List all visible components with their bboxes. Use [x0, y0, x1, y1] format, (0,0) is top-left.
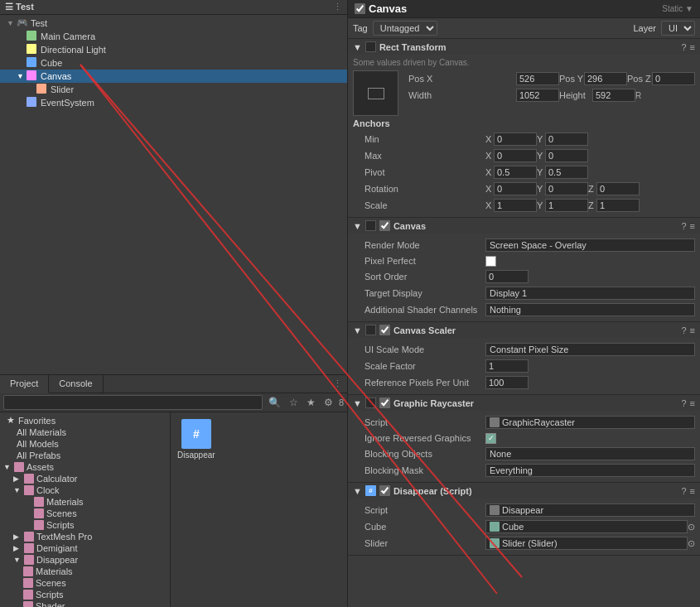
tab-console[interactable]: Console: [49, 375, 103, 393]
sc-x[interactable]: [494, 199, 537, 212]
ui-scale-mode-value[interactable]: [485, 343, 695, 356]
graphic-raycaster-header[interactable]: ▼ Graphic Raycaster ? ≡: [348, 395, 700, 411]
disappear-icons: ? ≡: [681, 486, 695, 496]
dis-cube-field[interactable]: Cube: [485, 520, 688, 533]
rect-transform-help[interactable]: ?: [681, 42, 686, 52]
dis-scenes[interactable]: Scenes: [0, 577, 170, 589]
rect-transform-menu[interactable]: ≡: [690, 42, 695, 52]
clock-scripts[interactable]: Scripts: [0, 519, 170, 531]
disappear-enabled-checkbox[interactable]: [379, 485, 390, 496]
ref-pixels-value[interactable]: [485, 376, 529, 389]
canvas-menu[interactable]: ≡: [690, 221, 695, 231]
project-search-input[interactable]: [3, 395, 263, 410]
blocking-objects-value[interactable]: [485, 447, 695, 460]
dis-slider-pick[interactable]: ⊙: [688, 538, 695, 549]
render-mode-value[interactable]: [485, 238, 695, 252]
tree-item-event-system[interactable]: EventSystem: [0, 96, 347, 109]
blocking-mask-value[interactable]: [485, 464, 695, 477]
canvas-scaler-header[interactable]: ▼ Canvas Scaler ? ≡: [348, 322, 700, 338]
disappear-title: Disappear (Script): [393, 486, 678, 496]
clock-materials[interactable]: Materials: [0, 496, 170, 508]
dis-shader[interactable]: Shader: [0, 600, 170, 607]
canvas-help[interactable]: ?: [681, 221, 686, 231]
count-badge: 8: [339, 397, 344, 407]
dis-script-field[interactable]: Disappear: [485, 503, 695, 517]
asset-demigiant[interactable]: ▶ Demigiant: [0, 542, 170, 554]
raycaster-enabled-checkbox[interactable]: [379, 397, 390, 408]
sc-z[interactable]: [596, 199, 640, 212]
pos-y-input[interactable]: [584, 72, 627, 85]
blueprint-button[interactable]: R: [635, 91, 641, 100]
scale-factor-value[interactable]: [485, 359, 529, 373]
tab-project[interactable]: Project: [0, 375, 49, 393]
clk-sc-icon: [34, 508, 44, 518]
hierarchy-menu-button[interactable]: ⋮: [333, 2, 342, 12]
assets-root[interactable]: ▼ Assets: [0, 461, 170, 473]
all-models-item[interactable]: All Models: [0, 438, 170, 450]
anchor-min-y[interactable]: [545, 132, 588, 146]
disappear-help[interactable]: ?: [681, 486, 686, 496]
ignore-reversed-checkbox[interactable]: ✓: [485, 433, 496, 444]
target-display-value[interactable]: [485, 287, 695, 300]
raycaster-help[interactable]: ?: [681, 398, 686, 408]
height-input[interactable]: [592, 89, 635, 102]
filter-icon[interactable]: ☆: [287, 396, 301, 409]
rect-transform-header[interactable]: ▼ Rect Transform ? ≡: [348, 39, 700, 55]
pixel-perfect-checkbox[interactable]: [485, 256, 496, 267]
rot-x[interactable]: [494, 182, 537, 195]
anchors-label: Anchors: [353, 118, 390, 128]
rot-z[interactable]: [596, 182, 640, 195]
favorites-header[interactable]: ★ Favorites: [0, 414, 170, 426]
pivot-y[interactable]: [545, 166, 588, 179]
pos-z-input[interactable]: [652, 72, 695, 85]
object-active-checkbox[interactable]: [355, 3, 365, 14]
tree-item-directional-light[interactable]: Directional Light: [0, 43, 347, 56]
scaler-help[interactable]: ?: [681, 325, 686, 335]
scaler-menu[interactable]: ≡: [690, 325, 695, 335]
disappear-header[interactable]: ▼ # Disappear (Script) ? ≡: [348, 483, 700, 499]
sc-y[interactable]: [545, 199, 588, 212]
disappear-menu[interactable]: ≡: [690, 486, 695, 496]
anchor-max-x[interactable]: [494, 149, 537, 162]
main-camera-label: Main Camera: [41, 31, 95, 41]
anchor-max-y[interactable]: [545, 149, 588, 162]
asset-clock[interactable]: ▼ Clock: [0, 484, 170, 496]
pos-y-label-txt: Pos Y: [559, 74, 584, 84]
raycaster-menu[interactable]: ≡: [690, 398, 695, 408]
tree-item-cube[interactable]: Cube: [0, 56, 347, 70]
disappear-script-file[interactable]: # Disappear: [177, 419, 215, 460]
dis-materials[interactable]: Materials: [0, 566, 170, 577]
pos-x-input[interactable]: [516, 72, 559, 85]
asset-disappear[interactable]: ▼ Disappear: [0, 554, 170, 566]
sort-order-value[interactable]: [485, 270, 529, 283]
asset-textmesh[interactable]: ▶ TextMesh Pro: [0, 531, 170, 542]
anchor-min-x[interactable]: [494, 132, 537, 146]
dis-cube-pick[interactable]: ⊙: [688, 522, 695, 532]
tree-item-main-camera[interactable]: Main Camera: [0, 30, 347, 43]
dis-scripts[interactable]: Scripts: [0, 589, 170, 600]
pivot-x[interactable]: [494, 166, 537, 179]
hierarchy-root[interactable]: ▼ 🎮 Test: [0, 17, 347, 30]
tree-item-canvas[interactable]: ▼ Canvas: [0, 70, 347, 83]
tag-dropdown[interactable]: Untagged: [373, 21, 437, 36]
tm-icon: [24, 532, 34, 542]
scaler-enabled-checkbox[interactable]: [379, 325, 390, 335]
width-input[interactable]: [516, 89, 559, 102]
dis-slider-field[interactable]: Slider (Slider): [485, 537, 688, 550]
gr-script-field[interactable]: GraphicRaycaster: [485, 416, 695, 429]
rot-y[interactable]: [545, 182, 588, 195]
canvas-component-header[interactable]: ▼ Canvas ? ≡: [348, 218, 700, 234]
tree-item-slider[interactable]: Slider: [0, 83, 347, 96]
shader-channels-value[interactable]: [485, 303, 695, 316]
all-prefabs-item[interactable]: All Prefabs: [0, 450, 170, 461]
asset-calculator[interactable]: ▶ Calculator: [0, 473, 170, 484]
star-icon[interactable]: ★: [304, 396, 318, 409]
settings-icon[interactable]: ⚙: [321, 396, 336, 409]
project-panel-menu[interactable]: ⋮: [328, 375, 347, 393]
layer-dropdown[interactable]: UI: [661, 21, 695, 36]
search-icon[interactable]: 🔍: [266, 396, 283, 409]
clock-scenes[interactable]: Scenes: [0, 508, 170, 519]
canvas-enabled-checkbox[interactable]: [379, 220, 390, 231]
all-materials-item[interactable]: All Materials: [0, 426, 170, 438]
gr-script-label: Script: [353, 417, 485, 427]
